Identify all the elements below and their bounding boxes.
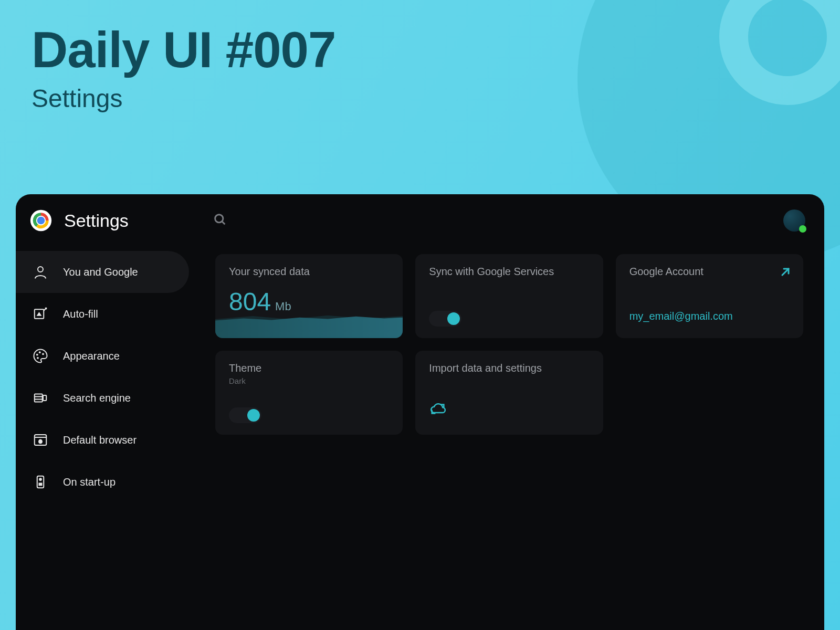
card-theme: Theme Dark <box>215 351 403 435</box>
sidebar-item-default-browser[interactable]: Default browser <box>16 419 189 461</box>
hero-subtitle: Settings <box>32 84 335 113</box>
theme-value: Dark <box>229 376 389 385</box>
svg-point-18 <box>39 478 41 480</box>
autofill-icon <box>32 305 49 323</box>
card-synced-data[interactable]: Your synced data 804 Mb <box>215 254 403 338</box>
sidebar-item-label: Auto-fill <box>63 308 98 320</box>
sidebar-item-label: Appearance <box>63 350 120 362</box>
external-link-icon[interactable] <box>779 266 792 280</box>
chrome-logo-icon <box>29 209 52 232</box>
account-email: my_email@gmail.com <box>629 310 790 322</box>
avatar[interactable] <box>783 209 805 232</box>
content-grid: Your synced data 804 Mb Sync with Google… <box>205 247 824 630</box>
svg-rect-14 <box>43 395 46 401</box>
card-title: Google Account <box>629 266 790 278</box>
sidebar-item-label: Default browser <box>63 434 136 446</box>
sidebar-item-appearance[interactable]: Appearance <box>16 335 189 377</box>
svg-point-3 <box>215 215 223 223</box>
sidebar-item-search-engine[interactable]: Search engine <box>16 377 189 419</box>
hero-header: Daily UI #007 Settings <box>32 21 335 113</box>
svg-line-4 <box>222 222 225 225</box>
card-title: Import data and settings <box>429 362 589 374</box>
card-title: Sync with Google Services <box>429 266 589 278</box>
svg-point-8 <box>39 351 41 353</box>
startup-icon <box>32 473 49 491</box>
card-title: Theme <box>229 362 389 374</box>
sync-services-toggle[interactable] <box>429 311 461 327</box>
person-icon <box>32 263 49 281</box>
svg-point-9 <box>42 353 44 355</box>
settings-window: Settings You and Google <box>16 194 824 630</box>
svg-line-20 <box>782 269 789 275</box>
window-title: Settings <box>64 211 129 231</box>
sidebar-item-label: You and Google <box>63 266 138 278</box>
topbar: Settings <box>16 194 824 247</box>
search-engine-icon <box>32 389 49 407</box>
sidebar-item-you-and-google[interactable]: You and Google <box>16 251 189 293</box>
svg-rect-11 <box>35 394 43 402</box>
sidebar: You and Google Auto-fill <box>16 247 205 630</box>
theme-toggle[interactable] <box>229 407 261 423</box>
sync-cloud-icon <box>429 400 589 420</box>
svg-rect-19 <box>39 484 42 486</box>
card-google-account[interactable]: Google Account my_email@gmail.com <box>616 254 803 338</box>
synced-data-value: 804 Mb <box>229 287 389 316</box>
hero-title: Daily UI #007 <box>32 21 335 79</box>
sidebar-item-label: Search engine <box>63 392 131 404</box>
sidebar-item-on-start-up[interactable]: On start-up <box>16 461 189 503</box>
sidebar-item-auto-fill[interactable]: Auto-fill <box>16 293 189 335</box>
card-import-data[interactable]: Import data and settings <box>415 351 603 435</box>
sidebar-item-label: On start-up <box>63 476 116 488</box>
card-sync-services: Sync with Google Services <box>415 254 603 338</box>
card-title: Your synced data <box>229 266 389 278</box>
svg-rect-17 <box>37 476 44 488</box>
palette-icon <box>32 347 49 365</box>
browser-icon <box>32 431 49 449</box>
svg-point-5 <box>38 267 43 272</box>
search-button[interactable] <box>213 212 227 229</box>
svg-point-7 <box>36 354 38 356</box>
svg-point-10 <box>37 357 39 359</box>
